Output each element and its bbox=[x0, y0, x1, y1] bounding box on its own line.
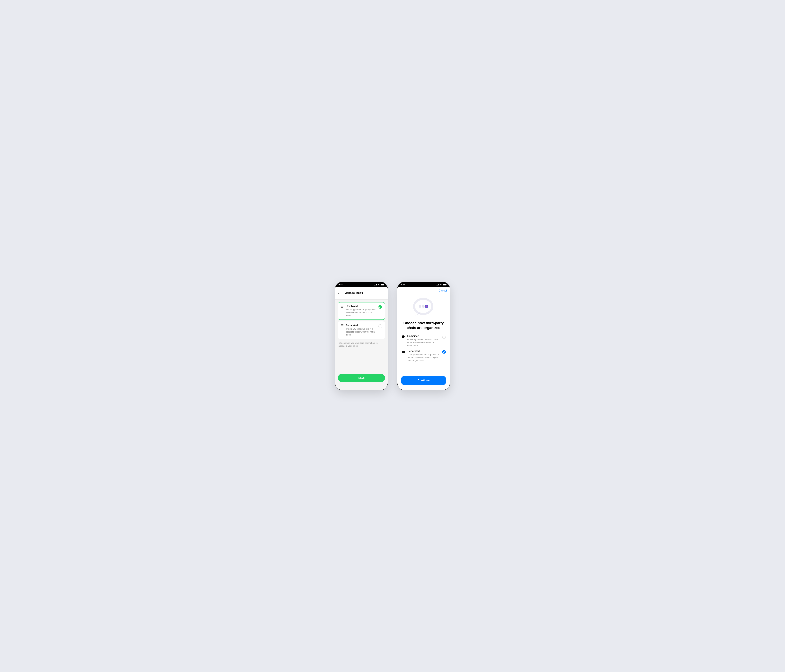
signal-icon bbox=[374, 284, 377, 285]
messenger-options: Combined Messenger chats and third-party… bbox=[401, 335, 446, 362]
left-screen-content: Combined WhatsApp and third-party chats … bbox=[335, 299, 388, 386]
svg-rect-5 bbox=[402, 352, 405, 353]
messenger-separated-desc: Third-party chats are organized in a fol… bbox=[408, 353, 440, 362]
combined-option-card[interactable]: Combined WhatsApp and third-party chats … bbox=[338, 302, 385, 320]
helper-text: Choose how you want third-party chats to… bbox=[338, 341, 385, 348]
continue-btn-container: Continue bbox=[397, 376, 450, 386]
left-screen: ‹ Manage inbox Combined WhatsApp and thi… bbox=[335, 287, 388, 386]
back-button[interactable]: ‹ bbox=[338, 292, 339, 294]
continue-button[interactable]: Continue bbox=[401, 376, 446, 385]
page-title: Manage inbox bbox=[341, 289, 382, 297]
wifi-icon bbox=[378, 284, 380, 285]
right-battery-fill bbox=[443, 284, 446, 285]
combined-icon bbox=[341, 305, 343, 308]
cancel-button[interactable]: Cancel bbox=[439, 289, 447, 292]
separated-radio[interactable] bbox=[378, 324, 382, 328]
messenger-combined-text: Combined Messenger chats and third-party… bbox=[407, 335, 440, 347]
messenger-separated-icon bbox=[401, 350, 405, 355]
svg-rect-4 bbox=[402, 351, 405, 352]
spacer bbox=[338, 350, 385, 370]
separated-option-desc: Third-party chats will live in a separat… bbox=[346, 327, 376, 337]
messenger-title: Choose how third-party chats are organiz… bbox=[401, 321, 446, 330]
right-status-bar: 9:41 bbox=[397, 282, 450, 287]
right-time: 9:41 bbox=[401, 284, 405, 286]
right-signal-icon bbox=[436, 284, 439, 285]
messenger-separated-text: Separated Third-party chats are organize… bbox=[408, 350, 440, 362]
right-home-indicator bbox=[397, 386, 450, 390]
right-wifi-icon bbox=[440, 284, 442, 285]
messenger-combined-option[interactable]: Combined Messenger chats and third-party… bbox=[401, 335, 446, 347]
messenger-combined-icon bbox=[401, 335, 405, 340]
svg-point-1 bbox=[419, 305, 421, 308]
right-status-icons bbox=[436, 284, 446, 285]
battery-icon bbox=[381, 284, 384, 285]
separated-icon bbox=[341, 324, 343, 326]
bubble-illustration bbox=[412, 298, 435, 318]
messenger-combined-radio[interactable] bbox=[442, 335, 446, 338]
right-nav-bar: ‹ Cancel bbox=[397, 287, 450, 294]
left-status-icons bbox=[374, 284, 384, 285]
combined-option-desc: WhatsApp and third-party chats will be c… bbox=[346, 308, 376, 317]
left-nav-bar: ‹ Manage inbox bbox=[335, 287, 388, 299]
svg-point-2 bbox=[422, 305, 425, 308]
right-battery-icon bbox=[443, 284, 446, 285]
right-phone: 9:41 ‹ bbox=[397, 282, 450, 390]
messenger-separated-radio[interactable] bbox=[442, 350, 446, 354]
separated-option-text: Separated Third-party chats will live in… bbox=[346, 324, 376, 337]
battery-fill bbox=[381, 284, 384, 285]
messenger-content: Choose how third-party chats are organiz… bbox=[397, 294, 450, 376]
right-screen: ‹ Cancel bbox=[397, 287, 450, 386]
left-time: 9:41 bbox=[339, 284, 343, 286]
svg-point-3 bbox=[425, 305, 428, 308]
left-phone: 9:41 ‹ bbox=[335, 282, 388, 390]
combined-radio[interactable] bbox=[378, 305, 382, 309]
left-status-bar: 9:41 bbox=[335, 282, 388, 287]
separated-option-card[interactable]: Separated Third-party chats will live in… bbox=[338, 321, 385, 339]
phones-container: 9:41 ‹ bbox=[335, 282, 450, 390]
messenger-combined-title: Combined bbox=[407, 335, 440, 338]
save-button[interactable]: Save bbox=[338, 374, 385, 382]
right-home-bar bbox=[415, 388, 432, 388]
messenger-separated-option[interactable]: Separated Third-party chats are organize… bbox=[401, 350, 446, 362]
right-back-button[interactable]: ‹ bbox=[400, 289, 402, 292]
combined-option-title: Combined bbox=[346, 305, 376, 308]
combined-option-text: Combined WhatsApp and third-party chats … bbox=[346, 305, 376, 317]
separated-option-title: Separated bbox=[346, 324, 376, 327]
messenger-separated-title: Separated bbox=[408, 350, 440, 353]
messenger-combined-desc: Messenger chats and third-party chats wi… bbox=[407, 338, 440, 347]
left-home-indicator bbox=[335, 386, 388, 390]
home-bar bbox=[353, 388, 370, 388]
